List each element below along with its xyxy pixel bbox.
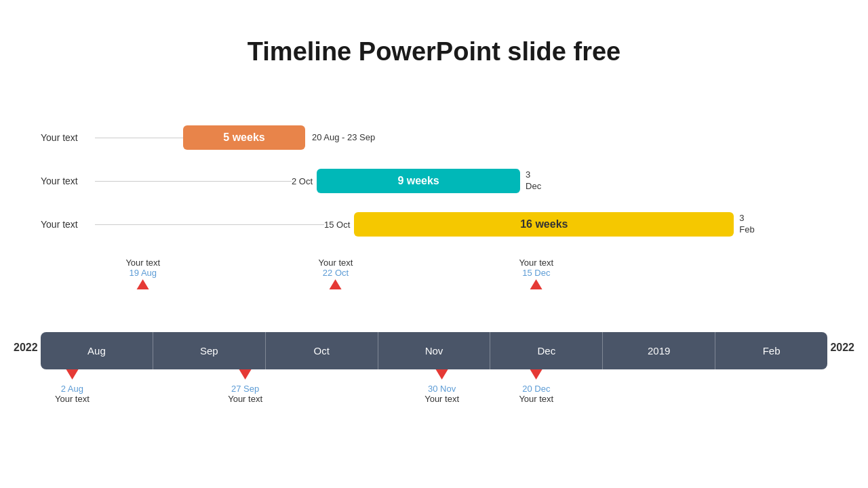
above-ann-3: Your text 15 Dec [519,258,553,289]
slide: Timeline PowerPoint slide free Your text… [0,0,868,488]
gantt-line-3 [95,224,324,225]
gantt-label-2: Your text [41,176,95,186]
gantt-date-end-2: 3 Dec [526,169,541,192]
timeline-seg-oct: Oct [266,332,378,369]
above-ann-2: Your text 22 Oct [319,258,353,289]
below-tri-dec: 20 Dec Your text [519,369,553,404]
triangle-up-2 [330,279,342,289]
timeline-seg-dec: Dec [490,332,603,369]
below-tri-nov: 30 Nov Your text [425,369,459,404]
gantt-line-1 [95,138,183,138]
slide-title: Timeline PowerPoint slide free [0,0,868,73]
gantt-date-start-2: 2 Oct [292,176,313,186]
gantt-date-start-3: 15 Oct [324,220,350,230]
timeline-seg-nov: Nov [378,332,491,369]
gantt-bar-3: 16 weeks [354,212,734,237]
timeline-bar: Aug Sep Oct Nov Dec 2019 Feb [41,332,827,369]
above-ann-1: Your text 19 Aug [125,258,160,289]
gantt-bar-1: 5 weeks [183,125,305,150]
below-tri-aug: 2 Aug Your text [55,369,90,404]
gantt-label-3: Your text [41,219,95,230]
timeline-seg-feb: Feb [715,332,827,369]
below-tri-sep: 27 Sep Your text [228,369,262,404]
gantt-row-2: Your text 2 Oct 9 weeks 3 Dec [41,169,827,193]
timeline-seg-2019: 2019 [603,332,715,369]
gantt-area: Your text 5 weeks 20 Aug - 23 Sep Your t… [41,125,827,256]
triangle-up-3 [530,279,542,289]
year-left: 2022 [14,342,38,354]
gantt-bar-2: 9 weeks [317,169,520,193]
gantt-row-1: Your text 5 weeks 20 Aug - 23 Sep [41,125,827,150]
triangle-up-1 [137,279,149,289]
gantt-line-2 [95,181,292,182]
timeline-seg-sep: Sep [153,332,266,369]
timeline-seg-aug: Aug [41,332,153,369]
timeline-track: Aug Sep Oct Nov Dec 2019 Feb [41,332,827,369]
gantt-date-1: 20 Aug - 23 Sep [312,132,375,144]
gantt-date-end-3: 3 Feb [739,213,754,236]
year-right: 2022 [830,342,854,354]
gantt-row-3: Your text 15 Oct 16 weeks 3 Feb [41,212,827,237]
gantt-label-1: Your text [41,132,95,143]
